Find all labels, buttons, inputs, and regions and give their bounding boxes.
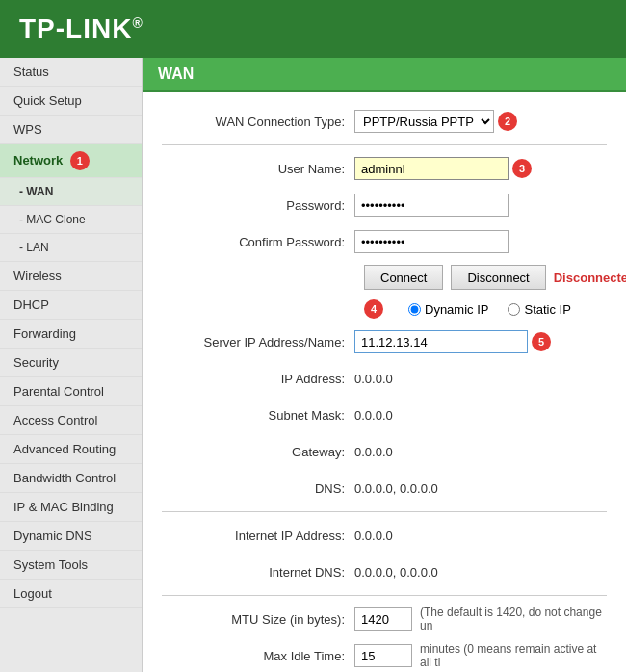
password-label: Password: xyxy=(162,198,354,213)
header: TP-LINK® xyxy=(0,0,626,58)
sidebar-item-lan[interactable]: - LAN xyxy=(0,234,142,262)
sidebar-item-mac-clone[interactable]: - MAC Clone xyxy=(0,206,142,234)
internet-ip-row: Internet IP Address: 0.0.0.0 xyxy=(162,522,607,549)
divider-3 xyxy=(162,595,607,596)
max-idle-label: Max Idle Time: xyxy=(162,649,354,663)
internet-ip-label: Internet IP Address: xyxy=(162,529,354,543)
annotation-2: 2 xyxy=(498,112,517,131)
mtu-input[interactable] xyxy=(354,607,412,631)
sidebar-item-wireless[interactable]: Wireless xyxy=(0,262,142,291)
gateway-row: Gateway: 0.0.0.0 xyxy=(162,438,607,465)
wan-connection-type-select[interactable]: PPTP/Russia PPTP Dynamic IP Static IP PP… xyxy=(354,110,494,133)
subnet-mask-label: Subnet Mask: xyxy=(162,408,354,423)
server-ip-input[interactable] xyxy=(354,330,528,353)
ip-address-row: IP Address: 0.0.0.0 xyxy=(162,365,607,392)
password-input[interactable] xyxy=(354,194,509,217)
internet-ip-value: 0.0.0.0 xyxy=(354,529,393,543)
divider-2 xyxy=(162,511,607,512)
static-ip-radio-label[interactable]: Static IP xyxy=(508,302,570,317)
ip-address-label: IP Address: xyxy=(162,372,354,386)
sidebar-item-system-tools[interactable]: System Tools xyxy=(0,551,142,580)
confirm-password-label: Confirm Password: xyxy=(162,235,354,249)
dns-row: DNS: 0.0.0.0, 0.0.0.0 xyxy=(162,475,607,502)
dns-value: 0.0.0.0, 0.0.0.0 xyxy=(354,481,438,496)
sidebar-item-advanced-routing[interactable]: Advanced Routing xyxy=(0,435,142,464)
static-ip-radio[interactable] xyxy=(508,303,520,316)
subnet-mask-row: Subnet Mask: 0.0.0.0 xyxy=(162,401,607,428)
username-label: User Name: xyxy=(162,162,354,176)
internet-dns-value: 0.0.0.0, 0.0.0.0 xyxy=(354,565,438,580)
sidebar-item-parental-control[interactable]: Parental Control xyxy=(0,377,142,406)
main-content: WAN WAN Connection Type: PPTP/Russia PPT… xyxy=(143,58,626,672)
subnet-mask-value: 0.0.0.0 xyxy=(354,408,393,423)
max-idle-input[interactable] xyxy=(354,644,412,667)
gateway-label: Gateway: xyxy=(162,445,354,459)
password-row: Password: xyxy=(162,192,607,219)
max-idle-row: Max Idle Time: minutes (0 means remain a… xyxy=(162,642,607,669)
logo: TP-LINK® xyxy=(19,13,143,44)
sidebar-item-forwarding[interactable]: Forwarding xyxy=(0,320,142,349)
sidebar-item-network[interactable]: Network 1 xyxy=(0,144,142,178)
internet-dns-row: Internet DNS: 0.0.0.0, 0.0.0.0 xyxy=(162,558,607,585)
server-ip-row: Server IP Address/Name: 5 xyxy=(162,328,607,355)
ip-type-radio-row: 4 Dynamic IP Static IP xyxy=(162,299,607,319)
annotation-3: 3 xyxy=(512,159,532,178)
server-ip-label: Server IP Address/Name: xyxy=(162,335,354,349)
sidebar: Status Quick Setup WPS Network 1 - WAN -… xyxy=(0,58,143,672)
disconnect-button[interactable]: Disconnect xyxy=(451,265,545,290)
page-title: WAN xyxy=(143,58,626,92)
internet-dns-label: Internet DNS: xyxy=(162,565,354,580)
content-area: WAN Connection Type: PPTP/Russia PPTP Dy… xyxy=(143,92,626,672)
dynamic-ip-radio[interactable] xyxy=(408,303,421,316)
sidebar-item-logout[interactable]: Logout xyxy=(0,580,142,608)
sidebar-item-quick-setup[interactable]: Quick Setup xyxy=(0,87,142,116)
sidebar-item-access-control[interactable]: Access Control xyxy=(0,406,142,435)
divider-1 xyxy=(162,144,607,145)
layout: Status Quick Setup WPS Network 1 - WAN -… xyxy=(0,58,626,672)
connect-btn-row: Connect Disconnect Disconnected! xyxy=(162,265,607,290)
mtu-hint: (The default is 1420, do not change un xyxy=(420,606,607,633)
sidebar-item-security[interactable]: Security xyxy=(0,349,142,377)
dynamic-ip-radio-label[interactable]: Dynamic IP xyxy=(408,302,488,317)
confirm-password-input[interactable] xyxy=(354,230,509,253)
ip-address-value: 0.0.0.0 xyxy=(354,372,393,386)
annotation-5: 5 xyxy=(532,332,551,351)
mtu-label: MTU Size (in bytes): xyxy=(162,612,354,627)
wan-connection-type-row: WAN Connection Type: PPTP/Russia PPTP Dy… xyxy=(162,108,607,135)
mtu-row: MTU Size (in bytes): (The default is 142… xyxy=(162,606,607,633)
gateway-value: 0.0.0.0 xyxy=(354,445,393,459)
annotation-1: 1 xyxy=(70,151,90,170)
sidebar-item-dhcp[interactable]: DHCP xyxy=(0,291,142,320)
wan-connection-type-label: WAN Connection Type: xyxy=(162,115,354,129)
annotation-4: 4 xyxy=(364,299,383,319)
username-input[interactable] xyxy=(354,157,509,180)
max-idle-hint: minutes (0 means remain active at all ti xyxy=(420,642,607,669)
sidebar-item-ip-mac-binding[interactable]: IP & MAC Binding xyxy=(0,493,142,522)
sidebar-item-bandwidth-control[interactable]: Bandwidth Control xyxy=(0,464,142,493)
dns-label: DNS: xyxy=(162,481,354,496)
connect-button[interactable]: Connect xyxy=(364,265,443,290)
confirm-password-row: Confirm Password: xyxy=(162,228,607,255)
disconnected-status: Disconnected! xyxy=(554,271,626,285)
username-row: User Name: 3 xyxy=(162,155,607,182)
sidebar-item-wan[interactable]: - WAN xyxy=(0,178,142,206)
sidebar-item-wps[interactable]: WPS xyxy=(0,116,142,144)
sidebar-item-dynamic-dns[interactable]: Dynamic DNS xyxy=(0,522,142,551)
sidebar-item-status[interactable]: Status xyxy=(0,58,142,87)
